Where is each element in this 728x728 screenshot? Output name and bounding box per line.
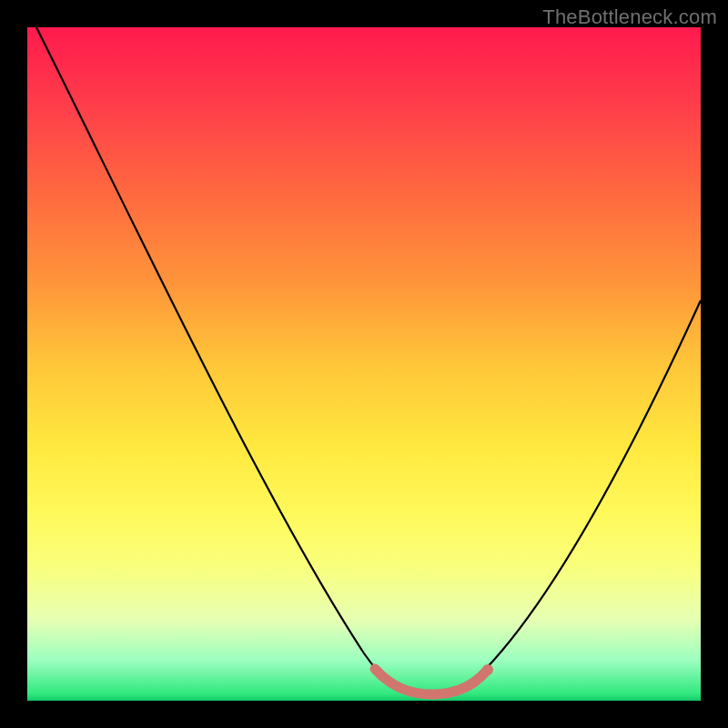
bottleneck-curve: [27, 27, 701, 701]
curve-path: [36, 27, 701, 694]
chart-frame: TheBottleneck.com: [0, 0, 728, 728]
plot-area: [27, 27, 701, 701]
bottom-accent: [375, 669, 486, 694]
attribution-text: TheBottleneck.com: [542, 5, 717, 29]
accent-dot: [482, 664, 493, 675]
